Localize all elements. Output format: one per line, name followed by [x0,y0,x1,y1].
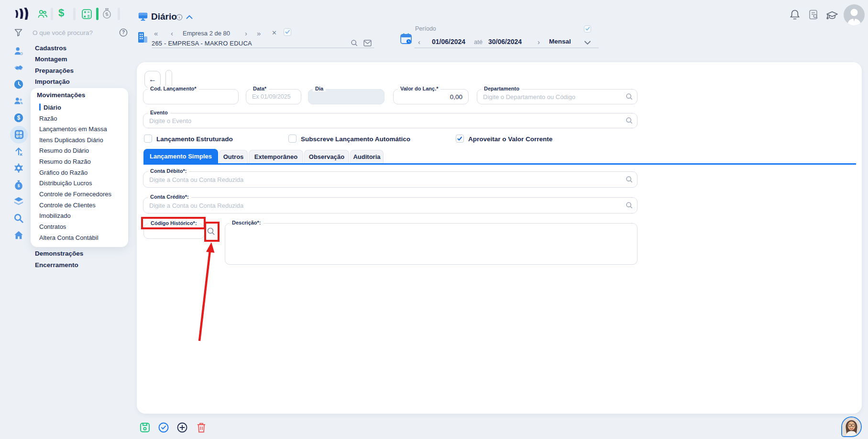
accounting-calculator-icon[interactable] [14,129,24,140]
sidebar-item-imobilizado[interactable]: Imobilizado [39,212,71,219]
period-prev-button[interactable]: ‹ [418,38,420,46]
company-checkbox[interactable] [284,28,291,36]
delete-button[interactable] [196,422,207,433]
period-next-button[interactable]: › [538,38,540,46]
tabs-underline [143,163,856,165]
data-field[interactable]: Data* Ex 01/09/2025 [246,89,301,104]
info-icon[interactable] [176,14,183,21]
period-until-label: até [474,38,483,45]
company-first-button[interactable]: « [154,29,159,37]
app-logo[interactable] [14,6,31,21]
sidebar-item-encerramento[interactable]: Encerramento [35,261,78,269]
collapse-header-icon[interactable] [186,15,193,19]
sidebar-item-resumo-do-diario[interactable]: Resumo do Diário [39,147,89,154]
add-button[interactable] [176,422,188,433]
sidebar-item-cadastros[interactable]: Cadastros [35,45,66,52]
assembly-handshake-icon[interactable] [13,63,24,73]
sidebar-item-preparacoes[interactable]: Preparações [35,67,74,74]
subscreve-lancamento-checkbox[interactable] [288,135,297,143]
sidebar-item-lancamentos-em-massa[interactable]: Lançamentos em Massa [39,125,107,133]
company-mail-icon[interactable] [363,40,372,46]
home-icon[interactable] [13,230,24,240]
sidebar-item-contratos[interactable]: Contratos [39,223,66,230]
valor-value: 0,00 [450,93,462,101]
app-screen: $ Diário [0,0,868,439]
sidebar-item-razao[interactable]: Razão [39,115,57,122]
filter-icon[interactable] [14,29,22,36]
sidebar-item-resumo-do-razao[interactable]: Resumo do Razão [39,158,91,165]
moneybag-icon[interactable]: $ [13,180,24,190]
sidebar-item-demonstracoes[interactable]: Demonstrações [35,250,83,257]
company-next-button[interactable]: › [245,29,247,37]
sidebar-item-itens-duplicados-diario[interactable]: Itens Duplicados Diário [39,136,103,144]
moneybag-module-icon[interactable] [101,7,112,20]
conta-debito-field[interactable]: Conta Débito*: Digite a Conta ou Conta R… [143,171,637,188]
sidebar-item-controle-de-fornecedores[interactable]: Controle de Fornecedores [39,191,111,198]
departamento-field[interactable]: Departamento Digite o Departamento ou Có… [477,89,637,104]
period-chevron-down-icon[interactable] [584,41,591,45]
period-start-date[interactable]: 01/06/2024 [432,38,465,45]
evento-placeholder: Digite o Evento [149,117,191,124]
sidebar-item-controle-de-clientes[interactable]: Controle de Clientes [39,202,96,209]
conta-credito-label: Conta Crédito*: [148,194,191,200]
confirm-button[interactable] [158,422,169,433]
departamento-search-icon[interactable] [626,93,633,101]
company-prev-button[interactable]: ‹ [171,29,173,37]
people-icon[interactable] [13,96,24,106]
sidebar-item-altera-conta-contabil[interactable]: Altera Conta Contábil [39,234,99,241]
money-icon[interactable]: $ [13,113,24,123]
dia-field: Dia [308,89,385,104]
tab-outros[interactable]: Outros [219,150,248,163]
sidebar-item-importacao[interactable]: Importação [35,78,70,85]
settings-gear-icon[interactable] [13,163,24,173]
sidebar-item-distribuicao-lucros[interactable]: Distribuição Lucros [39,180,92,187]
sidebar-item-grafico-do-razao[interactable]: Gráfico do Razão [39,169,88,176]
tab-extemporaneo[interactable]: Extemporâneo [249,150,303,163]
tab-observacao[interactable]: Observação [304,150,349,163]
aproveitar-valor-checkbox[interactable] [456,135,464,143]
cod-lancamento-field[interactable]: Cod. Lançamento* [143,89,239,104]
conta-credito-field[interactable]: Conta Crédito*: Digite a Conta ou Conta … [143,197,637,214]
evento-search-icon[interactable] [626,117,633,124]
accounting-module-icon[interactable] [81,8,93,20]
import-clock-icon[interactable] [13,79,24,90]
audit-log-icon[interactable] [808,9,819,21]
sidebar-search-input[interactable] [32,29,105,37]
save-button[interactable] [139,422,151,433]
conta-credito-placeholder: Digite a Conta ou Conta Reduzida [149,202,243,209]
annotation-arrow [190,238,221,345]
descricao-field[interactable]: Descrição*: [225,223,637,265]
notifications-bell-icon[interactable] [789,9,801,21]
training-cap-icon[interactable] [825,10,839,21]
registrations-icon[interactable] [13,46,24,56]
user-avatar[interactable] [844,4,865,25]
evento-field[interactable]: Evento Digite o Evento [143,113,637,128]
period-checkbox[interactable] [584,25,591,33]
trending-up-icon[interactable] [13,146,24,157]
sidebar-item-diario[interactable]: Diário [44,104,61,111]
layers-icon[interactable] [13,196,24,207]
search-module-icon[interactable] [13,213,24,224]
company-search-icon[interactable] [351,39,358,47]
subscreve-lancamento-label: Subscreve Lançamento Automático [301,135,410,143]
tab-lancamento-simples[interactable]: Lançamento Simples [143,149,218,163]
help-icon[interactable]: ? [119,28,128,37]
period-end-date[interactable]: 30/06/2024 [488,38,522,45]
conta-credito-search-icon[interactable] [626,202,633,209]
period-mode-select[interactable]: Mensal [549,38,571,45]
support-chat-avatar[interactable] [841,416,862,437]
conta-debito-search-icon[interactable] [626,176,633,183]
company-last-button[interactable]: » [257,29,262,37]
sidebar-item-montagem[interactable]: Montagem [35,56,67,63]
finance-module-icon[interactable]: $ [58,7,64,19]
tab-auditoria[interactable]: Auditoria [350,150,384,163]
topbar-divider [73,8,76,20]
company-clear-button[interactable]: ✕ [272,29,277,36]
active-item-indicator [39,103,41,111]
page-monitor-icon [138,11,148,22]
clients-module-icon[interactable] [37,8,48,20]
valor-field[interactable]: Valor do Lanç.* 0,00 [393,89,469,104]
sidebar-item-movimentacoes[interactable]: Movimentações [37,91,85,99]
lancamento-estruturado-checkbox[interactable] [144,135,152,143]
evento-label: Evento [148,110,170,115]
